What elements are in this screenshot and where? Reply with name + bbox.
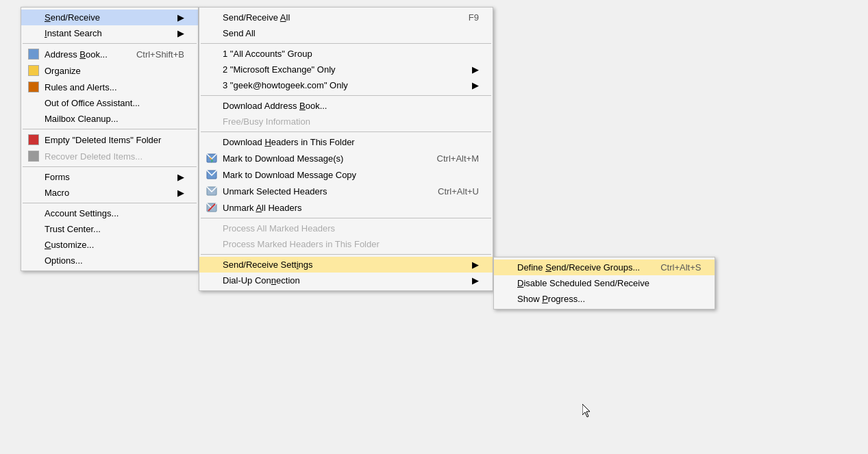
menu-item-mark-download-messages[interactable]: Mark to Download Message(s) Ctrl+Alt+M — [199, 150, 493, 166]
menu-container: Send/Receive ▶ Instant Search ▶ Address … — [21, 7, 493, 291]
send-receive-label: Send/Receive — [45, 12, 100, 23]
menu-level2: Send/Receive All F9 Send All 1 "All Acco… — [199, 7, 493, 291]
process-marked-folder-label: Process Marked Headers in This Folder — [223, 239, 380, 249]
menu-item-instant-search[interactable]: Instant Search ▶ — [21, 25, 198, 41]
menu-item-download-address-book[interactable]: Download Address Book... — [199, 98, 493, 114]
menu-item-out-of-office[interactable]: Out of Office Assistant... — [21, 95, 198, 111]
unmark-selected-icon — [206, 186, 217, 197]
instant-search-label: Instant Search — [45, 28, 102, 38]
menu-item-address-book[interactable]: Address Book... Ctrl+Shift+B — [21, 46, 198, 62]
address-book-shortcut: Ctrl+Shift+B — [116, 49, 184, 60]
menu-item-dial-up[interactable]: Dial-Up Connection ▶ — [199, 273, 493, 288]
svg-marker-5 — [582, 404, 590, 417]
macro-label: Macro — [45, 188, 69, 198]
trust-center-label: Trust Center... — [45, 224, 101, 234]
menu-item-all-accounts[interactable]: 1 "All Accounts" Group — [199, 46, 493, 62]
mark-download-copy-icon-area — [203, 169, 220, 180]
menu-item-show-progress[interactable]: Show Progress... — [494, 291, 715, 307]
unmark-selected-shortcut: Ctrl+Alt+U — [417, 186, 479, 197]
divider-1 — [23, 43, 197, 44]
menu-item-organize[interactable]: Organize — [21, 62, 198, 79]
menu-item-options[interactable]: Options... — [21, 253, 198, 268]
menu-item-define-groups[interactable]: Define Send/Receive Groups... Ctrl+Alt+S — [494, 260, 715, 275]
divider-2 — [23, 129, 197, 129]
geek-account-label: 3 "geek@howtogeek.com" Only — [223, 80, 348, 90]
l2-divider-1 — [201, 43, 491, 44]
menu-item-customize[interactable]: Customize... — [21, 237, 198, 253]
mark-download-messages-icon — [206, 153, 217, 164]
recover-deleted-icon-area — [25, 151, 42, 162]
unmark-all-label: Unmark All Headers — [223, 203, 302, 213]
microsoft-exchange-label: 2 "Microsoft Exchange" Only — [223, 64, 336, 75]
rules-alerts-label: Rules and Alerts... — [45, 82, 117, 92]
l2-divider-2 — [201, 95, 491, 96]
menu-item-process-marked-folder[interactable]: Process Marked Headers in This Folder — [199, 236, 493, 252]
menu-item-unmark-all[interactable]: Unmark All Headers — [199, 199, 493, 216]
l2-divider-5 — [201, 254, 491, 255]
menu-item-mark-download-copy[interactable]: Mark to Download Message Copy — [199, 166, 493, 183]
forms-label: Forms — [45, 172, 70, 182]
mailbox-cleanup-label: Mailbox Cleanup... — [45, 114, 119, 124]
menu-item-unmark-selected[interactable]: Unmark Selected Headers Ctrl+Alt+U — [199, 183, 493, 199]
define-groups-shortcut: Ctrl+Alt+S — [640, 262, 701, 273]
address-book-label: Address Book... — [45, 49, 108, 60]
organize-icon — [28, 65, 39, 76]
menu-item-process-all-marked[interactable]: Process All Marked Headers — [199, 220, 493, 236]
organize-icon-area — [25, 65, 42, 76]
unmark-all-icon — [206, 202, 217, 213]
menu-item-download-headers[interactable]: Download Headers in This Folder — [199, 134, 493, 150]
divider-4 — [23, 203, 197, 203]
free-busy-label: Free/Busy Information — [223, 116, 310, 127]
menu-level1: Send/Receive ▶ Instant Search ▶ Address … — [21, 7, 199, 271]
mark-download-copy-icon — [206, 169, 217, 180]
menu-item-send-receive-all[interactable]: Send/Receive All F9 — [199, 10, 493, 25]
menu-item-microsoft-exchange[interactable]: 2 "Microsoft Exchange" Only ▶ — [199, 62, 493, 77]
macro-arrow: ▶ — [171, 188, 184, 198]
microsoft-exchange-arrow: ▶ — [465, 64, 479, 75]
send-receive-settings-arrow: ▶ — [465, 260, 479, 270]
divider-3 — [23, 166, 197, 167]
rules-icon — [28, 81, 39, 92]
forms-arrow: ▶ — [171, 172, 184, 182]
send-receive-arrow: ▶ — [171, 12, 184, 23]
menu-item-send-receive[interactable]: Send/Receive ▶ — [21, 10, 198, 25]
recover-deleted-label: Recover Deleted Items... — [45, 151, 142, 162]
send-receive-all-label: Send/Receive All — [223, 12, 290, 23]
customize-label: Customize... — [45, 240, 94, 250]
mark-download-messages-icon-area — [203, 153, 220, 164]
menu-item-account-settings[interactable]: Account Settings... — [21, 205, 198, 221]
mark-download-messages-shortcut: Ctrl+Alt+M — [417, 153, 479, 164]
show-progress-label: Show Progress... — [517, 294, 585, 304]
menu-item-trust-center[interactable]: Trust Center... — [21, 221, 198, 237]
unmark-selected-icon-area — [203, 186, 220, 197]
menu-item-recover-deleted[interactable]: Recover Deleted Items... — [21, 148, 198, 164]
download-headers-label: Download Headers in This Folder — [223, 137, 355, 147]
menu-item-geek-account[interactable]: 3 "geek@howtogeek.com" Only ▶ — [199, 77, 493, 93]
process-all-marked-label: Process All Marked Headers — [223, 223, 335, 234]
menu-item-forms[interactable]: Forms ▶ — [21, 169, 198, 185]
send-receive-all-shortcut: F9 — [448, 12, 479, 23]
dial-up-arrow: ▶ — [465, 275, 479, 286]
send-all-label: Send All — [223, 28, 256, 38]
send-receive-settings-label: Send/Receive Settings — [223, 260, 313, 270]
menu-item-mailbox-cleanup[interactable]: Mailbox Cleanup... — [21, 111, 198, 127]
mark-download-messages-label: Mark to Download Message(s) — [223, 153, 343, 164]
menu-item-send-all[interactable]: Send All — [199, 25, 493, 41]
cursor — [582, 404, 593, 420]
all-accounts-label: 1 "All Accounts" Group — [223, 49, 312, 59]
menu-item-send-receive-settings[interactable]: Send/Receive Settings ▶ — [199, 257, 493, 273]
menu-item-disable-scheduled[interactable]: Disable Scheduled Send/Receive — [494, 275, 715, 291]
empty-deleted-icon-area — [25, 134, 42, 145]
menu-item-free-busy[interactable]: Free/Busy Information — [199, 114, 493, 129]
rules-icon-area — [25, 81, 42, 92]
disable-scheduled-label: Disable Scheduled Send/Receive — [517, 278, 649, 288]
menu-item-rules-alerts[interactable]: Rules and Alerts... — [21, 79, 198, 95]
empty-deleted-icon — [28, 134, 39, 145]
download-address-book-label: Download Address Book... — [223, 101, 327, 111]
l2-divider-3 — [201, 131, 491, 132]
recover-deleted-icon — [28, 151, 39, 162]
menu-level3: Define Send/Receive Groups... Ctrl+Alt+S… — [493, 257, 715, 310]
address-book-icon-area — [25, 49, 42, 60]
menu-item-empty-deleted[interactable]: Empty "Deleted Items" Folder — [21, 131, 198, 148]
menu-item-macro[interactable]: Macro ▶ — [21, 185, 198, 201]
